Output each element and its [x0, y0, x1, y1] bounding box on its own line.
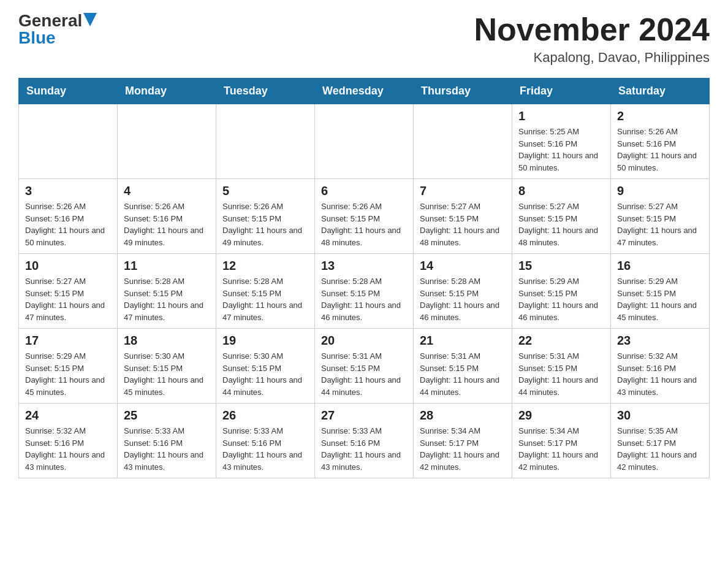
day-number: 21 — [420, 334, 506, 348]
day-info: Sunrise: 5:33 AM Sunset: 5:16 PM Dayligh… — [321, 425, 407, 473]
day-info: Sunrise: 5:30 AM Sunset: 5:15 PM Dayligh… — [222, 350, 308, 398]
day-number: 28 — [420, 408, 506, 423]
title-section: November 2024 Kapalong, Davao, Philippin… — [474, 12, 710, 66]
calendar-cell: 25Sunrise: 5:33 AM Sunset: 5:16 PM Dayli… — [118, 404, 216, 478]
calendar-cell: 2Sunrise: 5:26 AM Sunset: 5:16 PM Daylig… — [611, 104, 710, 179]
day-number: 4 — [124, 184, 210, 198]
day-info: Sunrise: 5:25 AM Sunset: 5:16 PM Dayligh… — [518, 126, 604, 174]
day-number: 14 — [420, 259, 506, 273]
calendar-week-row: 17Sunrise: 5:29 AM Sunset: 5:15 PM Dayli… — [19, 329, 710, 404]
calendar-cell: 24Sunrise: 5:32 AM Sunset: 5:16 PM Dayli… — [19, 404, 118, 478]
day-number: 1 — [518, 109, 604, 123]
calendar-cell: 5Sunrise: 5:26 AM Sunset: 5:15 PM Daylig… — [216, 179, 315, 254]
day-number: 23 — [617, 334, 703, 348]
day-info: Sunrise: 5:27 AM Sunset: 5:15 PM Dayligh… — [518, 201, 604, 248]
day-number: 30 — [617, 408, 703, 423]
calendar-header-saturday: Saturday — [611, 79, 710, 104]
day-info: Sunrise: 5:34 AM Sunset: 5:17 PM Dayligh… — [420, 425, 506, 473]
day-info: Sunrise: 5:29 AM Sunset: 5:15 PM Dayligh… — [25, 350, 111, 398]
calendar-cell: 1Sunrise: 5:25 AM Sunset: 5:16 PM Daylig… — [512, 104, 611, 179]
day-info: Sunrise: 5:29 AM Sunset: 5:15 PM Dayligh… — [518, 275, 604, 323]
calendar-header-thursday: Thursday — [414, 79, 512, 104]
day-info: Sunrise: 5:28 AM Sunset: 5:15 PM Dayligh… — [420, 275, 506, 323]
page-header: General Blue November 2024 Kapalong, Dav… — [18, 12, 710, 66]
calendar-cell: 26Sunrise: 5:33 AM Sunset: 5:16 PM Dayli… — [216, 404, 315, 478]
day-number: 15 — [518, 259, 604, 273]
day-info: Sunrise: 5:27 AM Sunset: 5:15 PM Dayligh… — [617, 201, 703, 248]
day-number: 6 — [321, 184, 407, 198]
calendar-cell: 8Sunrise: 5:27 AM Sunset: 5:15 PM Daylig… — [512, 179, 611, 254]
day-info: Sunrise: 5:29 AM Sunset: 5:15 PM Dayligh… — [617, 275, 703, 323]
logo-triangle-icon — [83, 13, 97, 26]
day-info: Sunrise: 5:26 AM Sunset: 5:16 PM Dayligh… — [25, 201, 111, 248]
day-number: 22 — [518, 334, 604, 348]
day-info: Sunrise: 5:28 AM Sunset: 5:15 PM Dayligh… — [222, 275, 308, 323]
day-info: Sunrise: 5:32 AM Sunset: 5:16 PM Dayligh… — [25, 425, 111, 473]
calendar-cell — [414, 104, 512, 179]
day-number: 11 — [124, 259, 210, 273]
logo-general-text: General — [18, 12, 82, 29]
day-number: 26 — [222, 408, 308, 423]
calendar-week-row: 3Sunrise: 5:26 AM Sunset: 5:16 PM Daylig… — [19, 179, 710, 254]
calendar-cell: 3Sunrise: 5:26 AM Sunset: 5:16 PM Daylig… — [19, 179, 118, 254]
day-info: Sunrise: 5:30 AM Sunset: 5:15 PM Dayligh… — [124, 350, 210, 398]
day-number: 12 — [222, 259, 308, 273]
calendar-cell — [118, 104, 216, 179]
day-info: Sunrise: 5:28 AM Sunset: 5:15 PM Dayligh… — [124, 275, 210, 323]
calendar-cell: 11Sunrise: 5:28 AM Sunset: 5:15 PM Dayli… — [118, 254, 216, 329]
calendar-cell: 28Sunrise: 5:34 AM Sunset: 5:17 PM Dayli… — [414, 404, 512, 478]
day-number: 29 — [518, 408, 604, 423]
calendar-cell: 10Sunrise: 5:27 AM Sunset: 5:15 PM Dayli… — [19, 254, 118, 329]
calendar-cell: 22Sunrise: 5:31 AM Sunset: 5:15 PM Dayli… — [512, 329, 611, 404]
calendar-cell: 9Sunrise: 5:27 AM Sunset: 5:15 PM Daylig… — [611, 179, 710, 254]
day-info: Sunrise: 5:31 AM Sunset: 5:15 PM Dayligh… — [518, 350, 604, 398]
day-number: 5 — [222, 184, 308, 198]
logo-blue-text: Blue — [18, 29, 56, 47]
logo: General Blue — [18, 12, 97, 47]
day-info: Sunrise: 5:26 AM Sunset: 5:15 PM Dayligh… — [222, 201, 308, 248]
day-number: 24 — [25, 408, 111, 423]
day-info: Sunrise: 5:35 AM Sunset: 5:17 PM Dayligh… — [617, 425, 703, 473]
month-title: November 2024 — [474, 12, 710, 47]
day-number: 9 — [617, 184, 703, 198]
day-info: Sunrise: 5:26 AM Sunset: 5:16 PM Dayligh… — [124, 201, 210, 248]
day-info: Sunrise: 5:27 AM Sunset: 5:15 PM Dayligh… — [420, 201, 506, 248]
svg-marker-0 — [83, 13, 97, 26]
calendar-cell: 20Sunrise: 5:31 AM Sunset: 5:15 PM Dayli… — [315, 329, 414, 404]
day-info: Sunrise: 5:32 AM Sunset: 5:16 PM Dayligh… — [617, 350, 703, 398]
calendar-cell: 13Sunrise: 5:28 AM Sunset: 5:15 PM Dayli… — [315, 254, 414, 329]
calendar-cell: 16Sunrise: 5:29 AM Sunset: 5:15 PM Dayli… — [611, 254, 710, 329]
day-number: 2 — [617, 109, 703, 123]
day-info: Sunrise: 5:33 AM Sunset: 5:16 PM Dayligh… — [222, 425, 308, 473]
day-info: Sunrise: 5:33 AM Sunset: 5:16 PM Dayligh… — [124, 425, 210, 473]
day-number: 25 — [124, 408, 210, 423]
calendar-table: SundayMondayTuesdayWednesdayThursdayFrid… — [18, 78, 710, 478]
day-number: 27 — [321, 408, 407, 423]
day-number: 13 — [321, 259, 407, 273]
day-number: 18 — [124, 334, 210, 348]
calendar-header-friday: Friday — [512, 79, 611, 104]
calendar-cell: 27Sunrise: 5:33 AM Sunset: 5:16 PM Dayli… — [315, 404, 414, 478]
day-info: Sunrise: 5:34 AM Sunset: 5:17 PM Dayligh… — [518, 425, 604, 473]
calendar-header-wednesday: Wednesday — [315, 79, 414, 104]
day-number: 3 — [25, 184, 111, 198]
day-number: 19 — [222, 334, 308, 348]
day-number: 8 — [518, 184, 604, 198]
calendar-header-tuesday: Tuesday — [216, 79, 315, 104]
calendar-cell: 4Sunrise: 5:26 AM Sunset: 5:16 PM Daylig… — [118, 179, 216, 254]
day-number: 7 — [420, 184, 506, 198]
day-number: 17 — [25, 334, 111, 348]
day-info: Sunrise: 5:31 AM Sunset: 5:15 PM Dayligh… — [321, 350, 407, 398]
calendar-week-row: 24Sunrise: 5:32 AM Sunset: 5:16 PM Dayli… — [19, 404, 710, 478]
calendar-cell: 18Sunrise: 5:30 AM Sunset: 5:15 PM Dayli… — [118, 329, 216, 404]
calendar-cell: 17Sunrise: 5:29 AM Sunset: 5:15 PM Dayli… — [19, 329, 118, 404]
calendar-cell: 30Sunrise: 5:35 AM Sunset: 5:17 PM Dayli… — [611, 404, 710, 478]
calendar-cell: 7Sunrise: 5:27 AM Sunset: 5:15 PM Daylig… — [414, 179, 512, 254]
calendar-cell: 15Sunrise: 5:29 AM Sunset: 5:15 PM Dayli… — [512, 254, 611, 329]
day-number: 20 — [321, 334, 407, 348]
calendar-cell: 21Sunrise: 5:31 AM Sunset: 5:15 PM Dayli… — [414, 329, 512, 404]
calendar-header-row: SundayMondayTuesdayWednesdayThursdayFrid… — [19, 79, 710, 104]
day-info: Sunrise: 5:27 AM Sunset: 5:15 PM Dayligh… — [25, 275, 111, 323]
calendar-cell: 19Sunrise: 5:30 AM Sunset: 5:15 PM Dayli… — [216, 329, 315, 404]
day-number: 10 — [25, 259, 111, 273]
